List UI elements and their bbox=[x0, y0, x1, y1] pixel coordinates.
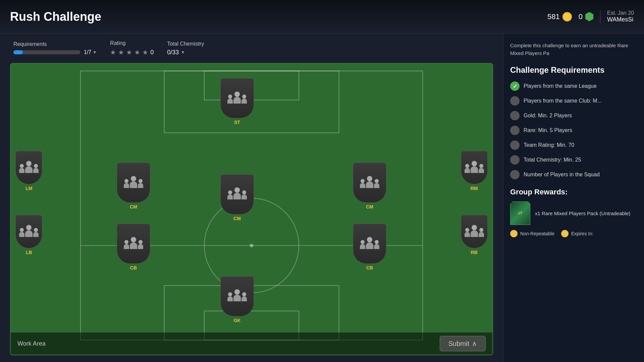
card-body-rm bbox=[461, 151, 488, 184]
est-date: Est. Jan 20 bbox=[607, 10, 634, 16]
right-panel: Complete this challenge to earn an untra… bbox=[503, 34, 644, 362]
card-body-cb-right bbox=[353, 224, 386, 264]
player-card-cb-right[interactable]: CB bbox=[353, 224, 386, 270]
position-label-rb: RB bbox=[471, 250, 478, 255]
player-icon-cb-right bbox=[360, 237, 379, 251]
req-circle-2 bbox=[510, 111, 520, 120]
player-icon-rb bbox=[465, 225, 484, 239]
req-text-1: Players from the same Club: M... bbox=[524, 98, 602, 105]
non-repeatable-icon: ⊘ bbox=[510, 230, 518, 237]
card-body-st bbox=[220, 78, 254, 118]
coins-value: 581 bbox=[547, 12, 560, 21]
svg-point-7 bbox=[250, 244, 254, 247]
player-card-lm[interactable]: LM bbox=[15, 151, 42, 191]
req-item-4: Team Rating: Min. 70 bbox=[510, 140, 637, 150]
requirements-label: Requirements bbox=[13, 41, 97, 47]
req-text-0: Players from the same League bbox=[524, 83, 597, 90]
req-text-4: Team Rating: Min. 70 bbox=[524, 142, 574, 149]
player-card-cb-left[interactable]: CB bbox=[117, 224, 150, 270]
requirements-list: ✓ Players from the same League Players f… bbox=[510, 81, 637, 179]
position-label-cm-center: CM bbox=[233, 216, 241, 221]
requirements-fill bbox=[13, 50, 23, 54]
player-icon-cm-left bbox=[124, 176, 143, 190]
requirements-text[interactable]: 1/7 ▼ bbox=[84, 49, 97, 55]
req-item-0: ✓ Players from the same League bbox=[510, 81, 637, 91]
player-card-rb[interactable]: RB bbox=[461, 215, 488, 255]
football-pitch: ST LM bbox=[10, 63, 493, 355]
player-icon-cb-left bbox=[124, 237, 143, 251]
req-circle-6 bbox=[510, 170, 520, 179]
card-body-cm-center bbox=[220, 174, 254, 215]
coins-container: 581 bbox=[547, 12, 572, 21]
req-text-3: Rare: Min. 5 Players bbox=[524, 127, 572, 134]
rating-value: 0 bbox=[150, 49, 154, 56]
req-item-5: Total Chemistry: Min. 25 bbox=[510, 155, 637, 165]
chemistry-label: Total Chemistry bbox=[167, 41, 204, 47]
requirements-section: Requirements 1/7 ▼ bbox=[13, 41, 97, 55]
position-label-cm-right: CM bbox=[366, 204, 373, 209]
card-body-lb bbox=[15, 215, 42, 248]
star-4: ★ bbox=[134, 48, 140, 56]
center-area: Requirements 1/7 ▼ Rating ★ ★ ★ bbox=[0, 34, 503, 362]
player-icon-rm bbox=[465, 161, 484, 175]
player-icon-lm bbox=[19, 161, 39, 175]
req-text-5: Total Chemistry: Min. 25 bbox=[524, 157, 581, 164]
req-circle-4 bbox=[510, 140, 520, 150]
position-label-lm: LM bbox=[25, 186, 32, 191]
player-card-cm-center[interactable]: CM bbox=[220, 174, 254, 221]
position-label-st: ST bbox=[234, 120, 240, 125]
req-item-6: Number of Players in the Squad bbox=[510, 170, 637, 179]
star-5: ★ bbox=[142, 48, 148, 56]
card-body-cm-right bbox=[353, 163, 386, 203]
position-label-cm-left: CM bbox=[130, 204, 137, 209]
card-body-lm bbox=[15, 151, 42, 184]
work-area-label: Work Area bbox=[17, 340, 46, 347]
req-circle-3 bbox=[510, 126, 520, 135]
pitch-bottom-bar: Work Area Submit ∧ bbox=[11, 333, 492, 355]
player-card-rm[interactable]: RM bbox=[461, 151, 488, 191]
shields-value: 0 bbox=[579, 12, 583, 21]
requirements-progress-bar bbox=[13, 50, 80, 54]
player-icon-gk bbox=[227, 289, 247, 303]
player-icon-st bbox=[227, 92, 247, 105]
card-body-rb bbox=[461, 215, 488, 248]
expires-icon: ⏱ bbox=[561, 230, 569, 237]
submit-button[interactable]: Submit ∧ bbox=[440, 336, 486, 351]
req-text-2: Gold: Min. 2 Players bbox=[524, 112, 572, 119]
player-card-cm-right[interactable]: CM bbox=[353, 163, 386, 209]
req-text-6: Number of Players in the Squad bbox=[524, 171, 600, 178]
reward-item: //T x1 Rare Mixed Players Pack (Untradea… bbox=[510, 201, 637, 225]
req-circle-0: ✓ bbox=[510, 81, 520, 91]
reward-pack-icon: //T bbox=[510, 201, 530, 225]
req-circle-5 bbox=[510, 155, 520, 165]
checkmark-icon-0: ✓ bbox=[513, 83, 517, 89]
expires-label: Expires In: bbox=[571, 231, 593, 236]
req-bar-container: 1/7 ▼ bbox=[13, 49, 97, 55]
position-label-gk: GK bbox=[233, 318, 240, 323]
player-icon-cm-center bbox=[227, 187, 247, 201]
group-rewards-title: Group Rewards: bbox=[510, 188, 637, 196]
rating-label: Rating bbox=[110, 40, 154, 46]
footer-badges: ⊘ Non-Repeatable ⏱ Expires In: bbox=[510, 230, 637, 237]
username: WAMesSi bbox=[607, 16, 634, 23]
req-dropdown-arrow: ▼ bbox=[93, 50, 97, 55]
header-divider bbox=[600, 10, 600, 23]
user-info: Est. Jan 20 WAMesSi bbox=[607, 10, 634, 23]
chemistry-value-row[interactable]: 0/33 ▼ bbox=[167, 49, 204, 56]
page-title: Rush Challenge bbox=[10, 10, 101, 24]
position-label-lb: LB bbox=[26, 250, 32, 255]
position-label-rm: RM bbox=[471, 186, 478, 191]
player-card-lb[interactable]: LB bbox=[15, 215, 42, 255]
star-3: ★ bbox=[126, 48, 132, 56]
req-circle-1 bbox=[510, 96, 520, 106]
shields-container: 0 bbox=[579, 12, 593, 21]
controls-bar: Requirements 1/7 ▼ Rating ★ ★ ★ bbox=[10, 40, 493, 56]
req-item-2: Gold: Min. 2 Players bbox=[510, 111, 637, 120]
position-label-cb-left: CB bbox=[130, 265, 137, 270]
badge-expires: ⏱ Expires In: bbox=[561, 230, 593, 237]
player-card-cm-left[interactable]: CM bbox=[117, 163, 150, 209]
player-card-st[interactable]: ST bbox=[220, 78, 254, 125]
card-body-gk bbox=[220, 276, 254, 316]
star-2: ★ bbox=[118, 48, 124, 56]
player-card-gk[interactable]: GK bbox=[220, 276, 254, 323]
